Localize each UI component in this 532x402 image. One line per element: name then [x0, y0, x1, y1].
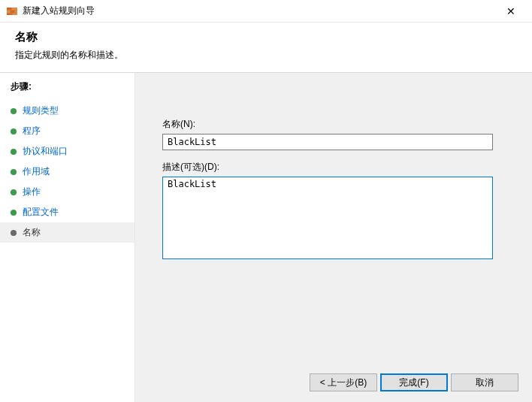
- close-icon: ✕: [506, 5, 515, 17]
- step-bullet-icon: [11, 149, 17, 155]
- sidebar-item-label: 配置文件: [23, 206, 59, 219]
- svg-rect-5: [15, 11, 17, 13]
- back-button[interactable]: < 上一步(B): [310, 373, 377, 391]
- header: 名称 指定此规则的名称和描述。: [0, 23, 532, 73]
- step-bullet-icon: [11, 210, 17, 216]
- sidebar-item-4[interactable]: 操作: [0, 182, 135, 202]
- svg-rect-2: [12, 8, 17, 10]
- description-label: 描述(可选)(D):: [162, 161, 505, 174]
- firewall-icon: [6, 5, 18, 17]
- sidebar-item-3[interactable]: 作用域: [0, 162, 135, 182]
- description-field-group: 描述(可选)(D):: [162, 161, 505, 259]
- svg-rect-3: [7, 11, 10, 13]
- sidebar-item-label: 协议和端口: [23, 145, 68, 158]
- steps-title: 步骤:: [0, 79, 135, 101]
- wizard-window: 新建入站规则向导 ✕ 名称 指定此规则的名称和描述。 步骤: 规则类型程序协议和…: [0, 0, 532, 402]
- svg-rect-1: [7, 8, 11, 10]
- sidebar-item-0[interactable]: 规则类型: [0, 101, 135, 121]
- svg-rect-7: [13, 14, 17, 15]
- sidebar-item-1[interactable]: 程序: [0, 121, 135, 141]
- sidebar-item-2[interactable]: 协议和端口: [0, 141, 135, 162]
- sidebar-item-6[interactable]: 名称: [0, 222, 135, 243]
- close-button[interactable]: ✕: [496, 0, 526, 22]
- sidebar-item-label: 名称: [23, 226, 41, 239]
- step-bullet-icon: [11, 189, 17, 195]
- name-label: 名称(N):: [162, 118, 505, 131]
- step-bullet-icon: [11, 169, 17, 175]
- svg-rect-6: [7, 14, 12, 15]
- sidebar-item-label: 操作: [23, 186, 41, 198]
- window-title: 新建入站规则向导: [23, 5, 496, 17]
- name-field-group: 名称(N):: [162, 118, 505, 150]
- body: 步骤: 规则类型程序协议和端口作用域操作配置文件名称 名称(N): 描述(可选)…: [0, 73, 532, 402]
- description-input[interactable]: [162, 177, 493, 259]
- page-title: 名称: [15, 30, 517, 44]
- title-bar: 新建入站规则向导 ✕: [0, 0, 532, 23]
- steps-sidebar: 步骤: 规则类型程序协议和端口作用域操作配置文件名称: [0, 73, 135, 402]
- sidebar-item-label: 规则类型: [23, 104, 59, 117]
- name-input[interactable]: [162, 134, 493, 150]
- button-row: < 上一步(B) 完成(F) 取消: [310, 373, 518, 391]
- svg-rect-4: [11, 11, 14, 13]
- sidebar-item-5[interactable]: 配置文件: [0, 202, 135, 222]
- finish-button[interactable]: 完成(F): [380, 373, 448, 391]
- content-pane: 名称(N): 描述(可选)(D): < 上一步(B) 完成(F) 取消: [135, 73, 532, 402]
- step-bullet-icon: [11, 128, 17, 135]
- step-bullet-icon: [11, 230, 17, 236]
- cancel-button[interactable]: 取消: [451, 373, 518, 391]
- step-bullet-icon: [11, 108, 17, 114]
- sidebar-item-label: 作用域: [23, 165, 50, 178]
- sidebar-item-label: 程序: [23, 125, 41, 138]
- page-subtitle: 指定此规则的名称和描述。: [15, 49, 517, 62]
